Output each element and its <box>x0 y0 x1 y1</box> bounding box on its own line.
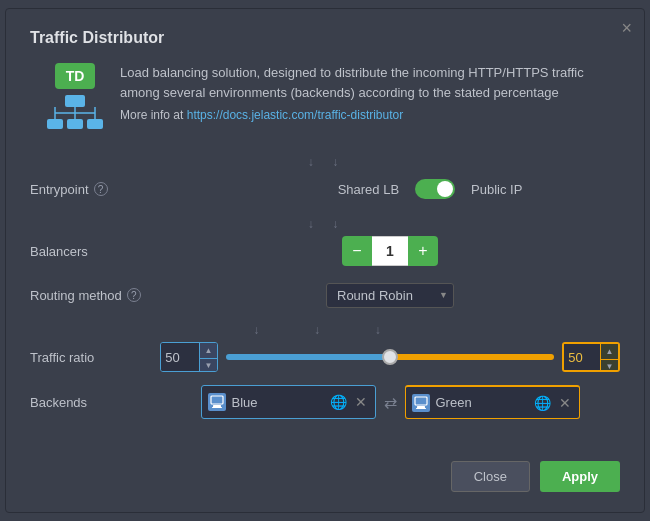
backend-right-globe-icon[interactable]: 🌐 <box>534 395 551 411</box>
top-section: TD Load balancing solution, designed to … <box>30 63 620 137</box>
more-info-link[interactable]: https://docs.jelastic.com/traffic-distri… <box>187 108 404 122</box>
svg-rect-6 <box>67 119 83 129</box>
close-button[interactable]: Close <box>451 461 530 492</box>
traffic-right-spinner: ▲ ▼ <box>562 342 620 372</box>
description-text: Load balancing solution, designed to dis… <box>120 63 620 102</box>
right-spinner-up[interactable]: ▲ <box>600 344 618 360</box>
td-badge: TD <box>55 63 95 89</box>
toggle-slider <box>415 179 455 199</box>
backend-left-globe-icon[interactable]: 🌐 <box>330 394 347 410</box>
balancers-counter: − 1 + <box>342 236 438 266</box>
svg-rect-5 <box>47 119 63 129</box>
traffic-ratio-label: Traffic ratio <box>30 350 160 365</box>
shared-lb-toggle[interactable] <box>415 179 455 199</box>
traffic-left-input[interactable] <box>161 343 199 371</box>
traffic-left-spinner: ▲ ▼ <box>160 342 218 372</box>
balancers-label: Balancers <box>30 244 160 259</box>
traffic-arrows: ↓ ↓ ↓ <box>30 323 620 337</box>
svg-rect-0 <box>65 95 85 107</box>
backend-right-icon <box>412 394 430 412</box>
left-spinner-up[interactable]: ▲ <box>199 343 217 359</box>
svg-rect-8 <box>211 396 223 404</box>
svg-rect-13 <box>416 408 426 409</box>
entrypoint-row: Entrypoint ? Shared LB Public IP <box>30 173 620 205</box>
more-info: More info at https://docs.jelastic.com/t… <box>120 108 620 122</box>
entrypoint-help-icon[interactable]: ? <box>94 182 108 196</box>
backend-right-close-button[interactable]: ✕ <box>557 395 573 411</box>
backend-left-wrap: Blue 🌐 ✕ <box>201 385 376 419</box>
svg-rect-7 <box>87 119 103 129</box>
balancers-value: 1 <box>372 236 408 266</box>
traffic-distributor-dialog: × Traffic Distributor TD Load balancing … <box>5 8 645 513</box>
balancers-minus-button[interactable]: − <box>342 236 372 266</box>
dialog-title: Traffic Distributor <box>30 29 620 47</box>
backend-left-name: Blue <box>232 395 324 410</box>
swap-icon[interactable]: ⇄ <box>384 393 397 412</box>
balancers-row: Balancers − 1 + <box>30 235 620 267</box>
slider-track <box>226 354 554 360</box>
logo-icon <box>45 95 105 137</box>
svg-rect-11 <box>415 397 427 405</box>
routing-help-icon[interactable]: ? <box>127 288 141 302</box>
right-spinner-down[interactable]: ▼ <box>600 360 618 373</box>
apply-button[interactable]: Apply <box>540 461 620 492</box>
backends-label: Backends <box>30 395 160 410</box>
traffic-ratio-row: Traffic ratio ▲ ▼ ▲ ▼ <box>30 341 620 373</box>
left-spinner-down[interactable]: ▼ <box>199 359 217 373</box>
backend-left-icon <box>208 393 226 411</box>
svg-rect-12 <box>417 406 425 408</box>
right-spinner-arrows: ▲ ▼ <box>600 344 618 372</box>
shared-lb-label: Shared LB <box>338 182 399 197</box>
routing-row: Routing method ? Round Robin Sticky Sess… <box>30 279 620 311</box>
backend-right-name: Green <box>436 395 528 410</box>
entrypoint-label: Entrypoint ? <box>30 182 160 197</box>
balancers-plus-button[interactable]: + <box>408 236 438 266</box>
public-ip-label: Public IP <box>471 182 522 197</box>
logo-area: TD <box>30 63 120 137</box>
dialog-close-button[interactable]: × <box>621 19 632 37</box>
routing-select[interactable]: Round Robin Sticky Sessions Failover <box>326 283 454 308</box>
routing-label: Routing method ? <box>30 288 160 303</box>
slider-thumb[interactable] <box>382 349 398 365</box>
svg-rect-10 <box>212 407 222 408</box>
backend-left-close-button[interactable]: ✕ <box>353 394 369 410</box>
traffic-right-input[interactable] <box>564 344 602 370</box>
balancers-arrows: ↓ ↓ <box>30 217 620 231</box>
backend-right-wrap: Green 🌐 ✕ <box>405 385 580 419</box>
svg-rect-9 <box>213 405 221 407</box>
dialog-footer: Close Apply <box>451 461 620 492</box>
backends-row: Backends Blue 🌐 ✕ ⇄ <box>30 385 620 419</box>
left-spinner-arrows: ▲ ▼ <box>199 343 217 372</box>
description-area: Load balancing solution, designed to dis… <box>120 63 620 122</box>
routing-select-wrap: Round Robin Sticky Sessions Failover <box>326 283 454 308</box>
entrypoint-arrows: ↓ ↓ <box>30 155 620 169</box>
